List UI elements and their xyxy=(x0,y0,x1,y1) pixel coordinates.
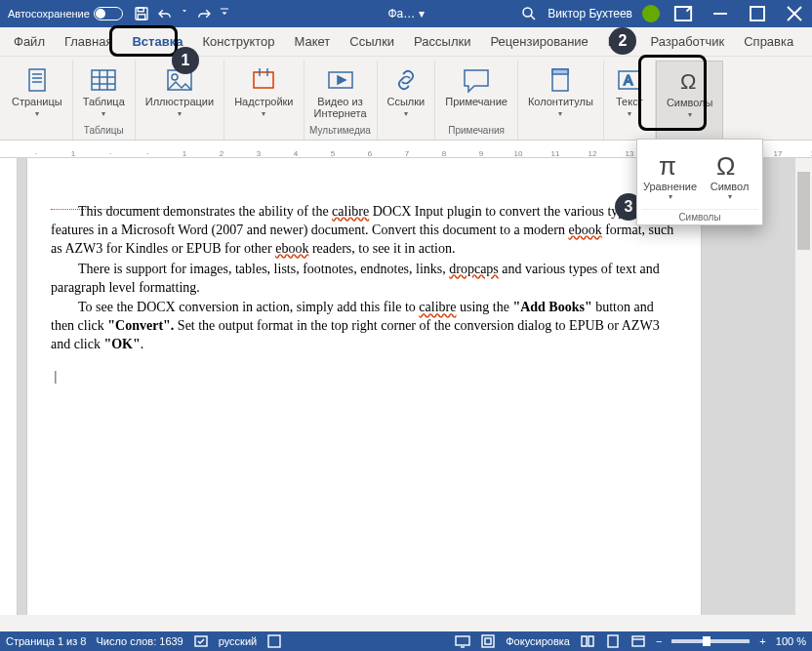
equation-button[interactable]: π Уравнение▾ xyxy=(641,145,699,205)
status-bar: Страница 1 из 8 Число слов: 1639 русский… xyxy=(0,631,812,651)
headerfooter-button[interactable]: Колонтитулы▾ xyxy=(522,62,599,122)
printlayout-icon[interactable] xyxy=(605,633,621,649)
status-words[interactable]: Число слов: 1639 xyxy=(96,635,183,647)
tab-file[interactable]: Файл xyxy=(4,27,55,56)
user-avatar-icon[interactable] xyxy=(642,5,660,22)
redo-icon[interactable] xyxy=(195,5,213,22)
zoom-slider[interactable] xyxy=(671,639,750,643)
headerfooter-icon xyxy=(545,66,576,94)
document-body[interactable]: This document demonstrates the ability o… xyxy=(51,203,677,387)
svg-text:π: π xyxy=(659,151,676,181)
comment-icon xyxy=(461,66,492,94)
zoom-in[interactable]: + xyxy=(759,635,765,647)
document-area: This document demonstrates the ability o… xyxy=(0,158,812,631)
ribbon-display-icon[interactable] xyxy=(670,0,697,27)
symbol-button[interactable]: Ω Символ▾ xyxy=(701,145,758,205)
tab-review[interactable]: Рецензирование xyxy=(480,27,597,56)
links-button[interactable]: Ссылки▾ xyxy=(382,62,431,122)
close-icon[interactable] xyxy=(781,0,808,27)
svg-rect-13 xyxy=(552,69,568,74)
omega-small-icon: Ω xyxy=(710,149,750,181)
document-title[interactable]: Фа… ▾ xyxy=(387,7,424,20)
addins-icon xyxy=(248,66,279,94)
scrollbar-horizontal[interactable] xyxy=(0,615,795,631)
spellcheck-icon[interactable] xyxy=(193,633,209,649)
svg-rect-23 xyxy=(485,638,491,644)
online-video-button[interactable]: Видео из Интернета xyxy=(308,62,373,123)
tab-references[interactable]: Ссылки xyxy=(340,27,404,56)
svg-rect-10 xyxy=(254,72,273,88)
svg-rect-19 xyxy=(195,636,207,646)
tab-help[interactable]: Справка xyxy=(734,27,803,56)
svg-text:Ω: Ω xyxy=(716,151,735,181)
tab-developer[interactable]: Разработчик xyxy=(640,27,734,56)
tab-home[interactable]: Главная xyxy=(55,27,122,56)
svg-rect-7 xyxy=(92,70,115,90)
svg-text:A: A xyxy=(624,72,633,88)
textbox-icon: A xyxy=(614,66,645,94)
share-button[interactable]: Поделиться xyxy=(803,27,812,56)
search-icon[interactable] xyxy=(520,5,538,22)
svg-rect-25 xyxy=(632,636,644,646)
autosave-toggle[interactable]: Автосохранение xyxy=(4,3,127,24)
video-icon xyxy=(325,66,356,94)
svg-rect-22 xyxy=(482,635,494,647)
chevron-down-icon[interactable] xyxy=(180,5,189,22)
zoom-level[interactable]: 100 % xyxy=(776,635,806,647)
readmode-icon[interactable] xyxy=(580,633,595,649)
status-language[interactable]: русский xyxy=(219,635,257,647)
display-settings-icon[interactable] xyxy=(455,633,470,649)
omega-icon: Ω xyxy=(674,67,706,95)
scrollbar-vertical[interactable] xyxy=(795,158,812,631)
ruler-vertical[interactable] xyxy=(0,158,18,631)
comment-button[interactable]: Примечание xyxy=(439,62,513,111)
pi-icon: π xyxy=(651,149,690,181)
callout-number-2: 2 xyxy=(609,27,636,55)
qat-customize-icon[interactable] xyxy=(219,5,230,22)
tab-mailings[interactable]: Рассылки xyxy=(404,27,480,56)
maximize-icon[interactable] xyxy=(744,0,771,27)
callout-number-1: 1 xyxy=(172,47,199,74)
text-button[interactable]: A Текст▾ xyxy=(608,62,651,122)
flyout-group-label: Символы xyxy=(641,209,758,223)
accessibility-icon[interactable] xyxy=(266,633,282,649)
title-bar: Автосохранение Фа… ▾ Виктор Бухтеев xyxy=(0,0,812,27)
group-media-label: Мультимедиа xyxy=(309,125,371,138)
svg-text:Ω: Ω xyxy=(680,69,696,94)
symbols-flyout: π Уравнение▾ Ω Символ▾ Символы xyxy=(636,139,763,225)
addins-button[interactable]: Надстройки▾ xyxy=(228,62,299,122)
svg-rect-24 xyxy=(608,635,618,647)
tab-layout[interactable]: Макет xyxy=(285,27,341,56)
page[interactable]: This document demonstrates the ability o… xyxy=(27,158,701,631)
group-pages-label xyxy=(35,125,38,138)
svg-rect-6 xyxy=(29,69,45,91)
undo-icon[interactable] xyxy=(156,5,174,22)
svg-point-9 xyxy=(172,74,178,80)
svg-rect-5 xyxy=(751,7,764,20)
svg-rect-2 xyxy=(138,15,145,20)
pages-icon xyxy=(21,66,53,94)
svg-rect-21 xyxy=(456,636,469,645)
tab-design[interactable]: Конструктор xyxy=(192,27,284,56)
svg-rect-1 xyxy=(138,8,143,12)
autosave-label: Автосохранение xyxy=(8,8,90,20)
svg-rect-20 xyxy=(268,635,280,647)
ribbon-tabs: Файл Главная Вставка Конструктор Макет С… xyxy=(0,27,812,57)
focus-icon[interactable] xyxy=(480,633,496,649)
ribbon: Страницы▾ Таблица▾ Таблицы Иллюстрации▾ … xyxy=(0,57,812,141)
link-icon xyxy=(390,66,422,94)
status-page[interactable]: Страница 1 из 8 xyxy=(6,635,86,647)
user-name[interactable]: Виктор Бухтеев xyxy=(548,7,632,20)
pages-button[interactable]: Страницы▾ xyxy=(6,62,68,122)
group-tables-label: Таблицы xyxy=(84,125,124,138)
save-icon[interactable] xyxy=(133,5,150,22)
toggle-off-icon[interactable] xyxy=(94,7,123,20)
weblayout-icon[interactable] xyxy=(630,633,646,649)
zoom-out[interactable]: − xyxy=(656,635,662,647)
status-focus[interactable]: Фокусировка xyxy=(506,635,570,647)
table-button[interactable]: Таблица▾ xyxy=(77,62,131,122)
minimize-icon[interactable] xyxy=(707,0,734,27)
table-icon xyxy=(88,66,119,94)
group-comments-label: Примечания xyxy=(448,125,505,138)
symbols-button[interactable]: Ω Символы▾ xyxy=(661,63,719,123)
